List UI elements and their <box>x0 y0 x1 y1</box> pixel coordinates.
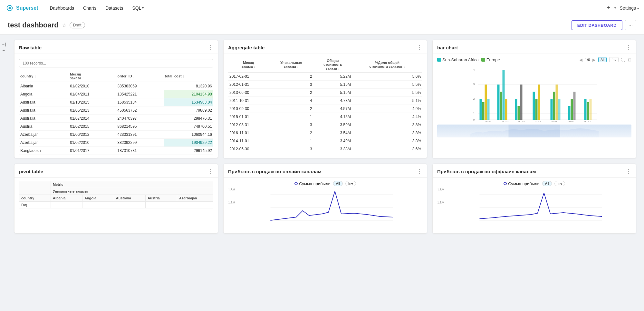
svg-rect-29 <box>556 85 558 120</box>
filter-lines-icon[interactable]: ≡ <box>2 47 5 52</box>
table-row: 2012-01-3135.15M5.5% <box>228 81 422 89</box>
bar-chart-menu-icon[interactable]: ⋮ <box>626 44 631 51</box>
legend-europe: Europe <box>481 57 500 62</box>
metric-label: Metric <box>53 183 63 186</box>
raw-table-body: country ↕ Месяцзаказа ↕ order_ID ↕ total… <box>14 54 218 158</box>
online-all-btn[interactable]: All <box>333 181 343 186</box>
col-country: country ↕ <box>19 71 69 82</box>
offline-chart-menu-icon[interactable]: ⋮ <box>626 168 631 175</box>
add-button[interactable]: + <box>607 5 610 11</box>
sort-icon[interactable]: ↕ <box>183 74 185 78</box>
dashboard-actions: EDIT DASHBOARD ··· <box>572 20 636 30</box>
sort-icon[interactable]: ↕ <box>338 66 340 70</box>
bar-chart-legend: Sub-Saharan Africa Europe ◀ 1/6 ▶ All In… <box>437 57 631 64</box>
europe-dot <box>481 58 485 62</box>
aggregate-table-body: Месяцзаказа ↕ Уникальныезаказы ↕ Общаяст… <box>224 54 427 156</box>
table-row: Azerbaijan01/02/20103823922991904929.22 <box>19 139 213 147</box>
app-logo[interactable]: Superset <box>5 5 38 11</box>
svg-text:2015: 2015 <box>552 120 558 122</box>
sort-icon[interactable]: ↕ <box>82 76 84 80</box>
bar-chart-header: bar chart ⋮ <box>433 40 636 54</box>
favorite-star-icon[interactable]: ☆ <box>62 22 66 28</box>
online-legend-item: Сумма прибыли <box>294 181 331 186</box>
aggregate-table-menu-icon[interactable]: ⋮ <box>417 44 422 51</box>
svg-rect-32 <box>571 99 573 120</box>
pivot-table-menu-icon[interactable]: ⋮ <box>207 168 213 175</box>
nav-links: Dashboards Charts Datasets SQL ▾ <box>46 0 607 16</box>
table-row: Год <box>19 202 213 208</box>
online-y-1.8m: 1.8M <box>228 188 235 192</box>
chart-next-icon[interactable]: ▶ <box>592 57 596 62</box>
raw-table-menu-icon[interactable]: ⋮ <box>207 44 213 51</box>
svg-rect-25 <box>535 99 538 120</box>
online-inv-btn[interactable]: Inv <box>345 181 356 186</box>
svg-text:0: 0 <box>473 118 475 121</box>
pivot-table-card: pivot table ⋮ Metric Уникал <box>14 164 218 234</box>
pivot-table: Metric Уникальные заказы country <box>19 181 213 208</box>
svg-text:2016: 2016 <box>568 120 574 122</box>
filter-arrow-icon[interactable]: →| <box>1 42 6 46</box>
bar-chart-svg: 4 3 2 1 0 <box>437 64 631 122</box>
dashboard-header: test dashboard ☆ Draft EDIT DASHBOARD ··… <box>0 16 644 35</box>
svg-rect-27 <box>551 99 553 120</box>
more-options-button[interactable]: ··· <box>625 20 636 30</box>
online-legend: Сумма прибыли All Inv <box>228 181 422 188</box>
svg-rect-28 <box>553 92 555 120</box>
draft-badge[interactable]: Draft <box>70 22 85 28</box>
online-chart-body: Сумма прибыли All Inv 1.8M 1.5M <box>224 178 427 233</box>
raw-table-title: Raw table <box>19 45 42 50</box>
sort-icon[interactable]: ↕ <box>133 74 135 78</box>
svg-rect-19 <box>503 70 505 120</box>
table-row: 2015-01-0114.15M4.4% <box>228 113 422 121</box>
col-month: Месяцзаказа ↕ <box>69 71 116 82</box>
online-chart-menu-icon[interactable]: ⋮ <box>417 168 422 175</box>
online-chart-header: Прибыль с продаж по онлайн каналам ⋮ <box>224 164 427 178</box>
all-button[interactable]: All <box>598 57 607 62</box>
expand-icon[interactable]: ⛶ <box>621 57 625 62</box>
edit-dashboard-button[interactable]: EDIT DASHBOARD <box>572 20 622 30</box>
mini-range-chart[interactable] <box>437 125 631 137</box>
settings-button[interactable]: Settings ▾ <box>620 5 639 11</box>
svg-rect-31 <box>568 106 571 120</box>
nav-sql[interactable]: SQL ▾ <box>128 0 148 16</box>
svg-text:4: 4 <box>473 68 475 71</box>
legend-subsaharan-label: Sub-Saharan Africa <box>442 57 479 62</box>
online-legend-label: Сумма прибыли <box>299 181 331 186</box>
offline-all-btn[interactable]: All <box>542 181 552 186</box>
offline-y-1.5m: 1.5M <box>437 201 444 205</box>
col-total-cost: total_cost ↕ <box>164 71 213 82</box>
svg-rect-21 <box>515 99 517 120</box>
nav-datasets[interactable]: Datasets <box>101 0 127 16</box>
offline-inv-btn[interactable]: Inv <box>554 181 565 186</box>
svg-rect-20 <box>505 99 507 120</box>
legend-europe-label: Europe <box>486 57 500 62</box>
fullscreen-icon[interactable]: ⊡ <box>628 57 631 62</box>
raw-table-header: Raw table ⋮ <box>14 40 218 54</box>
aggregate-table-title: Aggregate table <box>228 45 264 50</box>
nav-dashboards[interactable]: Dashboards <box>46 0 78 16</box>
offline-line-dot <box>504 182 507 185</box>
chart-prev-icon[interactable]: ◀ <box>579 57 582 62</box>
aggregate-table-card: Aggregate table ⋮ Месяцзаказа ↕ Уникальн… <box>223 40 427 158</box>
svg-rect-15 <box>485 85 487 120</box>
table-row: 2012-03-3133.59M3.8% <box>228 121 422 129</box>
offline-legend-item: Сумма прибыли <box>504 181 540 186</box>
offline-legend: Сумма прибыли All Inv <box>437 181 631 188</box>
search-input[interactable] <box>19 59 213 67</box>
sort-icon[interactable]: ↕ <box>297 65 299 68</box>
svg-rect-23 <box>520 85 523 120</box>
bottom-cards-row: pivot table ⋮ Metric Уникал <box>14 164 636 234</box>
sql-chevron-icon: ▾ <box>142 6 144 10</box>
sort-icon[interactable]: ↕ <box>254 65 256 68</box>
nav-charts[interactable]: Charts <box>79 0 100 16</box>
filter-sidebar: →| ≡ <box>0 40 7 54</box>
inv-button[interactable]: Inv <box>609 57 619 62</box>
logo-text: Superset <box>16 5 38 11</box>
offline-line-svg <box>444 188 636 230</box>
svg-text:2: 2 <box>473 97 475 100</box>
offline-chart-title: Прибыль с продаж по оффлайн каналам <box>437 169 536 174</box>
svg-text:2013: 2013 <box>518 120 525 122</box>
sort-icon[interactable]: ↕ <box>403 65 405 68</box>
svg-rect-13 <box>480 99 482 120</box>
sort-icon[interactable]: ↕ <box>34 74 36 78</box>
